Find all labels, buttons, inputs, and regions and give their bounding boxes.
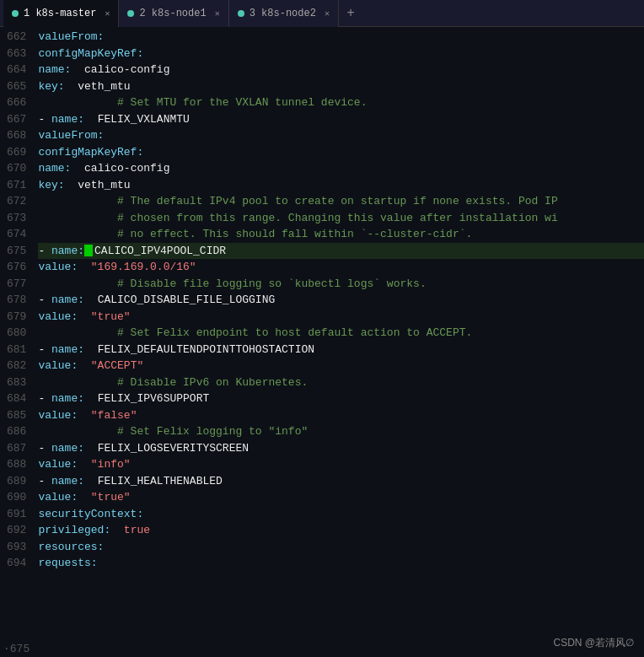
line-number: 690: [7, 489, 26, 506]
tab-close-icon[interactable]: ✕: [105, 8, 110, 19]
code-line: # Set Felix endpoint to host default act…: [38, 325, 644, 342]
line-number: 677: [7, 276, 26, 293]
tab-bar: 1 k8s-master ✕ 2 k8s-node1 ✕ 3 k8s-node2…: [0, 0, 644, 27]
code-line: securityContext:: [38, 506, 644, 523]
line-number: 686: [7, 423, 26, 440]
line-number: 668: [7, 127, 26, 144]
line-number: 666: [7, 94, 26, 111]
bottom-line: ·675: [0, 641, 644, 658]
line-number: 671: [7, 177, 26, 194]
code-line: value: "ACCEPT": [38, 358, 644, 374]
line-number: 682: [7, 358, 26, 374]
tab-k8s-node2[interactable]: 3 k8s-node2 ✕: [229, 0, 339, 27]
code-line: name: calico-config: [38, 62, 644, 78]
code-line: # Disable file logging so `kubectl logs`…: [38, 276, 644, 293]
code-line: key: veth_mtu: [38, 78, 644, 95]
code-line: privileged: true: [38, 522, 644, 539]
line-number: 672: [7, 193, 26, 210]
code-line: value: "info": [38, 456, 644, 473]
tab-label: 2 k8s-node1: [139, 8, 206, 19]
code-line: valueFrom:: [38, 127, 644, 144]
line-number: 675: [7, 243, 26, 260]
line-number: 678: [7, 292, 26, 309]
line-number: 692: [7, 522, 26, 539]
line-number: 683: [7, 374, 26, 391]
code-line: - name: CALICO_DISABLE_FILE_LOGGING: [38, 292, 644, 309]
code-line: valueFrom:: [38, 29, 644, 46]
line-number: 688: [7, 456, 26, 473]
tab-close-icon[interactable]: ✕: [215, 8, 220, 19]
code-line: - name: CALICO_IPV4POOL_CIDR: [38, 243, 644, 260]
line-number: 694: [7, 555, 26, 572]
editor: 6626636646656666676686696706716726736746…: [0, 27, 644, 657]
line-number: 673: [7, 210, 26, 227]
tab-label: 3 k8s-node2: [250, 8, 316, 19]
line-number: 687: [7, 440, 26, 457]
code-line: # no effect. This should fall within `--…: [38, 226, 644, 243]
code-line: # Set Felix logging to "info": [38, 423, 644, 440]
tab-k8s-master[interactable]: 1 k8s-master ✕: [3, 0, 119, 27]
code-content[interactable]: valueFrom: configMapKeyRef: name: calico…: [35, 27, 644, 641]
code-line: value: "true": [38, 309, 644, 326]
new-tab-button[interactable]: +: [339, 0, 362, 27]
tab-dot: [238, 10, 244, 17]
code-line: requests:: [38, 555, 644, 572]
line-number: 665: [7, 78, 26, 95]
line-number: 664: [7, 62, 26, 78]
tab-label: 1 k8s-master: [24, 8, 96, 19]
tab-dot: [127, 10, 134, 17]
line-number: 680: [7, 325, 26, 342]
code-line: # chosen from this range. Changing this …: [38, 210, 644, 227]
code-area: 6626636646656666676686696706716726736746…: [0, 27, 644, 641]
line-number: 667: [7, 111, 26, 128]
code-line: resources:: [38, 539, 644, 556]
code-line: # The default IPv4 pool to create on sta…: [38, 193, 644, 210]
code-line: - name: FELIX_LOGSEVERITYSCREEN: [38, 440, 644, 457]
line-number: 689: [7, 473, 26, 490]
line-number: 693: [7, 539, 26, 556]
watermark: CSDN @若清风∅: [553, 636, 634, 650]
line-number: 684: [7, 390, 26, 407]
code-line: value: "false": [38, 407, 644, 424]
code-line: key: veth_mtu: [38, 177, 644, 194]
bottom-line-number: ·675: [3, 643, 30, 655]
line-number: 663: [7, 46, 26, 62]
line-number: 669: [7, 144, 26, 161]
line-number: 691: [7, 506, 26, 523]
line-number: 670: [7, 160, 26, 177]
code-line: - name: FELIX_VXLANMTU: [38, 111, 644, 128]
code-line: - name: FELIX_IPV6SUPPORT: [38, 390, 644, 407]
tab-close-icon[interactable]: ✕: [325, 8, 330, 19]
line-number: 679: [7, 309, 26, 326]
line-number: 685: [7, 407, 26, 424]
line-number: 676: [7, 259, 26, 276]
code-line: value: "169.169.0.0/16": [38, 259, 644, 276]
tab-k8s-node1[interactable]: 2 k8s-node1 ✕: [119, 0, 228, 27]
code-line: - name: FELIX_HEALTHENABLED: [38, 473, 644, 490]
line-number: 674: [7, 226, 26, 243]
tab-dot: [12, 10, 19, 17]
line-number: 681: [7, 342, 26, 358]
code-line: - name: FELIX_DEFAULTENDPOINTTOHOSTACTIO…: [38, 342, 644, 358]
code-line: configMapKeyRef:: [38, 46, 644, 62]
code-line: # Set MTU for the VXLAN tunnel device.: [38, 94, 644, 111]
line-numbers: 6626636646656666676686696706716726736746…: [0, 27, 35, 641]
line-number: 662: [7, 29, 26, 46]
code-line: value: "true": [38, 489, 644, 506]
code-line: configMapKeyRef:: [38, 144, 644, 161]
code-line: # Disable IPv6 on Kubernetes.: [38, 374, 644, 391]
code-line: name: calico-config: [38, 160, 644, 177]
